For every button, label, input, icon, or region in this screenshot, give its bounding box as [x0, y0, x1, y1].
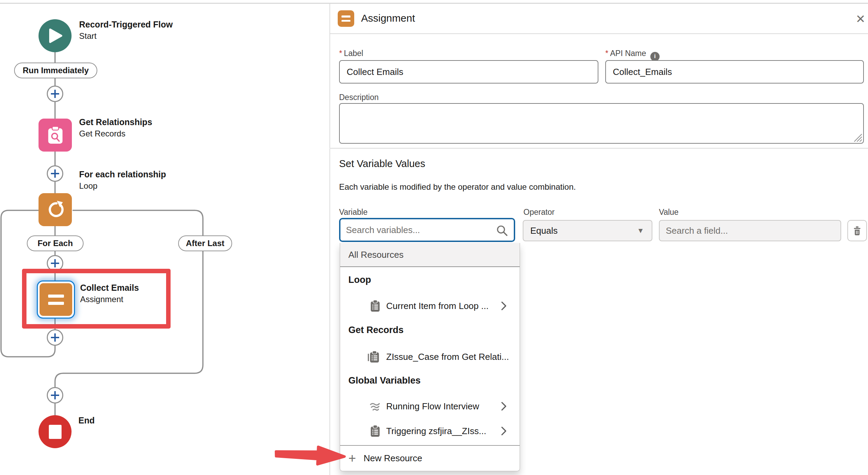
group-label-loop: Loop	[348, 275, 371, 285]
assignment-header-icon	[338, 10, 354, 27]
dropdown-header: All Resources	[340, 243, 520, 267]
chevron-down-icon: ▼	[637, 227, 644, 235]
required-mark: *	[605, 49, 608, 58]
end-node-label: End	[78, 415, 95, 426]
variable-search-input[interactable]	[340, 219, 514, 241]
operator-value: Equals	[530, 225, 558, 236]
panel-divider	[329, 3, 330, 475]
get-records-subtitle: Get Records	[79, 129, 152, 139]
panel-title: Assignment	[361, 12, 415, 24]
assignment-node[interactable]	[37, 280, 75, 319]
assignment-title: Collect Emails	[80, 283, 139, 293]
resource-item-current-item[interactable]: Current Item from Loop ...	[340, 294, 520, 318]
end-node[interactable]	[39, 415, 72, 448]
loop-node[interactable]	[39, 193, 72, 226]
resource-item-zissue-case[interactable]: ZIssue_Case from Get Relati...	[340, 345, 520, 369]
resource-picker-dropdown: All Resources Loop Current Item from Loo…	[340, 243, 520, 471]
flow-builder-screen: Record-Triggered Flow Start Run Immediat…	[0, 0, 868, 475]
required-mark: *	[339, 49, 342, 58]
for-each-label: For Each	[37, 239, 73, 248]
value-column-label: Value	[659, 208, 679, 217]
new-resource-button[interactable]: + New Resource	[340, 446, 520, 471]
add-element-button-4[interactable]	[47, 329, 63, 346]
resource-item-running-flow-interview[interactable]: Running Flow Interview	[340, 394, 520, 418]
get-records-node[interactable]	[39, 119, 72, 152]
group-label-global-variables: Global Variables	[348, 375, 421, 386]
start-subtitle: Start	[79, 31, 173, 41]
search-icon	[496, 224, 508, 237]
run-immediately-label: Run Immediately	[23, 66, 89, 75]
annotation-arrow	[274, 442, 348, 468]
end-title: End	[78, 415, 95, 426]
add-element-button-5[interactable]	[47, 387, 63, 404]
flow-icon	[370, 402, 381, 411]
record-icon	[370, 300, 381, 312]
variable-search-box	[339, 218, 515, 242]
section-divider	[329, 148, 868, 149]
loop-subtitle: Loop	[79, 181, 166, 191]
variable-column-label: Variable	[339, 208, 368, 217]
run-immediately-badge: Run Immediately	[14, 63, 97, 78]
delete-row-button[interactable]	[847, 220, 867, 241]
get-records-title: Get Relationships	[79, 117, 152, 127]
chevron-right-icon[interactable]	[501, 402, 507, 411]
for-each-badge: For Each	[27, 235, 84, 251]
start-title: Record-Triggered Flow	[79, 19, 173, 30]
value-search-box	[659, 220, 841, 241]
value-search-input[interactable]	[660, 221, 840, 241]
start-node[interactable]	[39, 19, 72, 52]
get-records-node-label: Get Relationships Get Records	[79, 117, 152, 139]
get-records-icon	[46, 125, 64, 145]
api-name-field-label: *API Namei	[605, 49, 660, 61]
description-field-label: Description	[339, 93, 379, 102]
section-help-text: Each variable is modified by the operato…	[339, 182, 576, 192]
api-name-field[interactable]	[605, 60, 864, 84]
resize-grip-icon[interactable]	[852, 132, 862, 142]
label-field-label: *Label	[339, 49, 363, 58]
operator-column-label: Operator	[523, 208, 555, 217]
start-node-label: Record-Triggered Flow Start	[79, 19, 173, 41]
record-icon	[370, 425, 381, 437]
label-field[interactable]	[339, 60, 598, 84]
close-icon[interactable]: ✕	[856, 13, 866, 25]
add-element-button-1[interactable]	[47, 86, 63, 102]
loop-title: For each relationship	[79, 169, 166, 179]
after-last-badge: After Last	[178, 235, 232, 251]
after-last-label: After Last	[186, 239, 224, 248]
description-field[interactable]	[339, 103, 864, 144]
info-icon[interactable]: i	[650, 52, 660, 61]
loop-icon	[46, 201, 64, 219]
record-collection-icon	[368, 351, 380, 363]
header-divider	[330, 33, 868, 34]
section-title: Set Variable Values	[339, 158, 425, 169]
assignment-icon	[40, 283, 72, 316]
assignment-subtitle: Assignment	[80, 295, 139, 305]
play-icon	[47, 27, 63, 44]
chevron-right-icon[interactable]	[501, 427, 507, 435]
stop-icon	[49, 425, 62, 439]
assignment-node-label: Collect Emails Assignment	[80, 283, 139, 305]
loop-node-label: For each relationship Loop	[79, 169, 166, 191]
resource-item-triggering-record[interactable]: Triggering zsfjira__ZIss...	[340, 419, 520, 443]
trash-icon	[853, 226, 862, 236]
chevron-right-icon[interactable]	[501, 301, 507, 310]
operator-select[interactable]: Equals ▼	[523, 220, 652, 241]
group-label-get-records: Get Records	[348, 325, 404, 335]
add-element-button-2[interactable]	[47, 165, 63, 182]
